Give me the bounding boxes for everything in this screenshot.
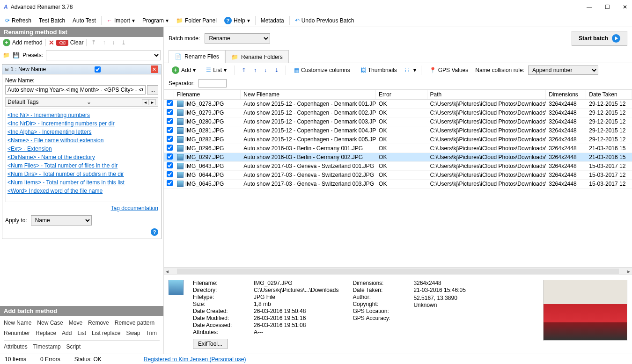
- batch-mode-select[interactable]: Rename: [205, 33, 270, 44]
- apply-to-select[interactable]: Name: [31, 215, 92, 226]
- refresh-button[interactable]: ⟳Refresh: [2, 16, 35, 25]
- method-help-icon[interactable]: ?: [151, 228, 158, 236]
- col-error[interactable]: Error: [376, 90, 427, 99]
- maximize-button[interactable]: ☐: [604, 4, 610, 10]
- row-checkbox[interactable]: [167, 109, 173, 115]
- batch-method-renumber[interactable]: Renumber: [4, 330, 30, 336]
- file-move-top-icon[interactable]: ⤒: [240, 67, 248, 73]
- batch-method-new-name[interactable]: New Name: [4, 320, 31, 326]
- tags-next-icon[interactable]: ▸: [149, 99, 156, 105]
- batch-method-script[interactable]: Script: [66, 343, 81, 350]
- row-checkbox[interactable]: [167, 180, 173, 186]
- move-top-icon[interactable]: ⤒: [89, 39, 98, 46]
- save-preset-icon[interactable]: 💾: [13, 52, 20, 58]
- col-path[interactable]: Path: [427, 90, 546, 99]
- move-down-icon[interactable]: ↓: [110, 39, 117, 46]
- col-filename[interactable]: Filename: [174, 90, 241, 99]
- undo-button[interactable]: ↶Undo Previous Batch: [292, 16, 358, 25]
- table-row[interactable]: IMG_0296.JPG Auto show 2016-03 - Berlin …: [164, 144, 632, 153]
- batch-method-add[interactable]: Add: [62, 330, 72, 336]
- customize-columns-button[interactable]: ▦Customize columns: [291, 66, 353, 75]
- table-row[interactable]: IMG_0297.JPG Auto show 2016-03 - Berlin …: [164, 153, 632, 162]
- open-preset-icon[interactable]: 📁: [3, 52, 10, 58]
- help-button[interactable]: ?Help▾: [221, 15, 253, 26]
- tag-link[interactable]: <Inc Nr> - Incrementing numbers: [7, 111, 156, 119]
- tag-documentation-link[interactable]: Tag documentation: [5, 202, 158, 212]
- file-move-down-icon[interactable]: ↓: [262, 67, 269, 73]
- test-batch-button[interactable]: Test Batch: [36, 16, 68, 25]
- tab-rename-files[interactable]: 📄Rename Files: [169, 50, 225, 63]
- delete-method-icon[interactable]: ✕: [49, 39, 54, 46]
- batch-method-replace[interactable]: Replace: [36, 330, 56, 336]
- row-checkbox[interactable]: [167, 127, 173, 133]
- move-up-icon[interactable]: ↑: [101, 39, 107, 46]
- batch-method-list[interactable]: List: [77, 330, 86, 336]
- import-button[interactable]: ←Import▾: [103, 16, 138, 25]
- tag-link[interactable]: <Name> - File name without extension: [7, 136, 156, 145]
- default-tags-label[interactable]: Default Tags: [7, 99, 39, 105]
- add-files-button[interactable]: +Add▾: [169, 65, 199, 75]
- tag-link[interactable]: <Inc Alpha> - Incrementing letters: [7, 128, 156, 136]
- tag-link[interactable]: <Ext> - Extension: [7, 145, 156, 153]
- batch-method-list-replace[interactable]: List replace: [92, 330, 120, 336]
- batch-method-trim[interactable]: Trim: [146, 330, 157, 336]
- tag-link[interactable]: <Num Files> - Total number of files in t…: [7, 161, 156, 170]
- batch-method-new-case[interactable]: New Case: [37, 320, 63, 326]
- batch-method-move[interactable]: Move: [69, 320, 82, 326]
- row-checkbox[interactable]: [167, 136, 173, 142]
- batch-method-remove-pattern[interactable]: Remove pattern: [115, 320, 154, 326]
- exiftool-button[interactable]: ExifTool...: [193, 339, 228, 349]
- table-row[interactable]: IMG_0643.JPG Auto show 2017-03 - Geneva …: [164, 162, 632, 171]
- row-checkbox[interactable]: [167, 162, 173, 168]
- collapse-icon[interactable]: ⊟: [5, 66, 8, 73]
- row-checkbox[interactable]: [167, 145, 173, 151]
- table-row[interactable]: IMG_0278.JPG Auto show 2015-12 - Copenha…: [164, 100, 632, 109]
- new-name-browse-button[interactable]: ...: [147, 85, 158, 95]
- file-move-up-icon[interactable]: ↑: [252, 67, 258, 73]
- close-button[interactable]: ✕: [622, 4, 628, 10]
- tags-prev-icon[interactable]: ◂: [142, 99, 149, 105]
- col-new-filename[interactable]: New Filename: [241, 90, 376, 99]
- method-close-icon[interactable]: ✕: [151, 66, 158, 73]
- row-checkbox[interactable]: [167, 118, 173, 124]
- auto-test-button[interactable]: Auto Test: [69, 16, 99, 25]
- start-batch-button[interactable]: Start batch: [572, 31, 627, 46]
- thumbnails-button[interactable]: 🖼Thumbnails: [357, 66, 400, 75]
- minimize-button[interactable]: —: [586, 4, 593, 10]
- col-dimensions[interactable]: Dimensions: [546, 90, 586, 99]
- table-row[interactable]: IMG_0645.JPG Auto show 2017-03 - Geneva …: [164, 180, 632, 189]
- batch-method-timestamp[interactable]: Timestamp: [33, 343, 61, 350]
- list-button[interactable]: ☰List▾: [203, 66, 230, 75]
- table-row[interactable]: IMG_0282.JPG Auto show 2015-12 - Copenha…: [164, 135, 632, 144]
- metadata-button[interactable]: Metadata: [257, 16, 287, 25]
- col-date-taken[interactable]: Date Taken: [586, 90, 632, 99]
- tag-link[interactable]: <Inc NrDir> - Incrementing numbers per d…: [7, 119, 156, 128]
- horizontal-scrollbar[interactable]: ◂▸: [164, 267, 632, 275]
- clear-icon[interactable]: ⌫: [56, 40, 68, 46]
- program-button[interactable]: Program▾: [139, 16, 172, 25]
- method-enabled-checkbox[interactable]: [95, 66, 101, 73]
- table-row[interactable]: IMG_0281.JPG Auto show 2015-12 - Copenha…: [164, 126, 632, 135]
- gps-values-button[interactable]: 📍GPS Values: [426, 66, 471, 75]
- tag-link[interactable]: <Word> Indexed word of the file name: [7, 187, 156, 195]
- presets-select[interactable]: [46, 50, 161, 60]
- tag-link[interactable]: <Num Items> - Total number of items in t…: [7, 178, 156, 187]
- batch-method-swap[interactable]: Swap: [126, 330, 140, 336]
- tag-link[interactable]: <Num Dirs> - Total number of subdirs in …: [7, 170, 156, 178]
- columns-config-icon[interactable]: ⫶⫶: [404, 67, 410, 73]
- file-move-bottom-icon[interactable]: ⤓: [272, 67, 281, 73]
- batch-method-remove[interactable]: Remove: [88, 320, 109, 326]
- row-checkbox[interactable]: [167, 153, 173, 160]
- tab-rename-folders[interactable]: 📁Rename Folders: [225, 50, 289, 63]
- registration-link[interactable]: Registered to Kim Jensen (Personal use): [144, 356, 246, 363]
- tag-link[interactable]: <DirName> - Name of the directory: [7, 153, 156, 161]
- move-bottom-icon[interactable]: ⤓: [119, 39, 128, 46]
- batch-method-attributes[interactable]: Attributes: [4, 343, 28, 350]
- add-method-button[interactable]: +Add method: [3, 39, 43, 46]
- table-row[interactable]: IMG_0644.JPG Auto show 2017-03 - Geneva …: [164, 171, 632, 180]
- table-row[interactable]: IMG_0280.JPG Auto show 2015-12 - Copenha…: [164, 117, 632, 126]
- table-row[interactable]: IMG_0279.JPG Auto show 2015-12 - Copenha…: [164, 109, 632, 117]
- row-checkbox[interactable]: [167, 100, 173, 106]
- new-name-input[interactable]: [5, 85, 146, 95]
- separator-input[interactable]: [198, 79, 227, 87]
